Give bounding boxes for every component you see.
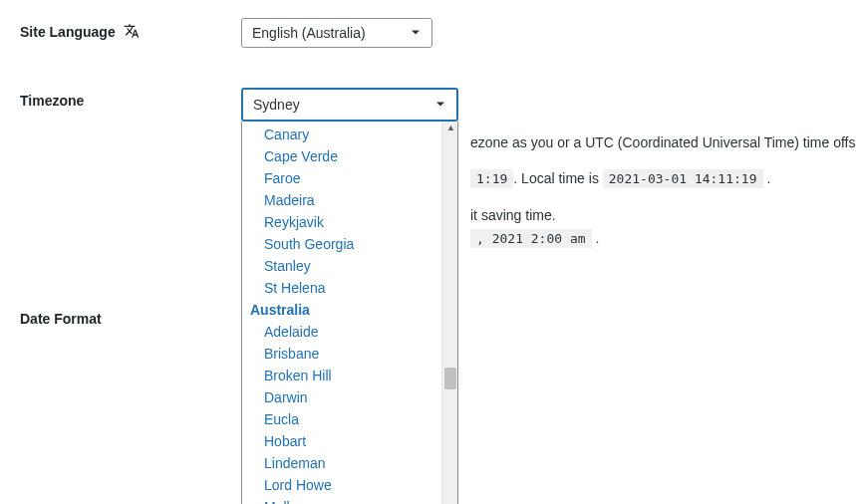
timezone-option[interactable]: Stanley [242, 255, 441, 277]
chevron-down-icon [408, 25, 424, 41]
timezone-option[interactable]: Broken Hill [242, 365, 441, 386]
timezone-option[interactable]: Hobart [242, 430, 441, 452]
timezone-option[interactable]: Madeira [242, 189, 441, 211]
timezone-help-line1: ezone as you or a UTC (Coordinated Unive… [470, 131, 856, 153]
utc-time-code: 1:19 [470, 169, 513, 188]
timezone-select[interactable]: Sydney [241, 88, 458, 122]
timezone-help-line4: , 2021 2:00 am . [470, 227, 856, 250]
timezone-option[interactable]: Brisbane [242, 343, 441, 365]
timezone-option[interactable]: Darwin [242, 386, 441, 408]
timezone-label: Timezone [20, 88, 241, 109]
timezone-help-line3: it saving time. [470, 204, 856, 226]
local-time-code: 2021-03-01 14:11:19 [603, 169, 763, 188]
timezone-optgroup: Australia [242, 299, 441, 321]
timezone-dropdown[interactable]: Canary Cape Verde Faroe Madeira Reykjavi… [241, 122, 458, 504]
timezone-option[interactable]: South Georgia [242, 233, 441, 255]
timezone-option[interactable]: Reykjavik [242, 211, 441, 233]
timezone-option-list: Canary Cape Verde Faroe Madeira Reykjavi… [242, 122, 441, 504]
timezone-option[interactable]: Lord Howe [242, 474, 441, 496]
timezone-value: Sydney [253, 97, 300, 113]
site-language-label: Site Language [20, 18, 241, 40]
site-language-value: English (Australia) [252, 25, 366, 41]
timezone-option[interactable]: Faroe [242, 167, 441, 189]
scroll-up-icon[interactable]: ▲ [446, 123, 455, 132]
timezone-option[interactable]: Adelaide [242, 321, 441, 343]
timezone-option[interactable]: Cape Verde [242, 145, 441, 167]
dst-change-code: , 2021 2:00 am [470, 229, 592, 248]
timezone-option[interactable]: Eucla [242, 408, 441, 430]
timezone-option[interactable]: Lindeman [242, 452, 441, 474]
timezone-option[interactable]: Canary [242, 124, 441, 145]
dropdown-scrollbar[interactable]: ▲ ▼ [441, 122, 457, 504]
timezone-option[interactable]: Melbourne [242, 496, 441, 504]
timezone-help-line2: 1:19. Local time is 2021-03-01 14:11:19 … [470, 167, 856, 190]
chevron-down-icon [432, 97, 448, 113]
translate-icon [124, 23, 140, 39]
timezone-option[interactable]: St Helena [242, 277, 441, 299]
date-format-label: Date Format [20, 306, 241, 327]
site-language-select[interactable]: English (Australia) [241, 18, 432, 48]
scrollbar-thumb[interactable] [444, 368, 456, 389]
